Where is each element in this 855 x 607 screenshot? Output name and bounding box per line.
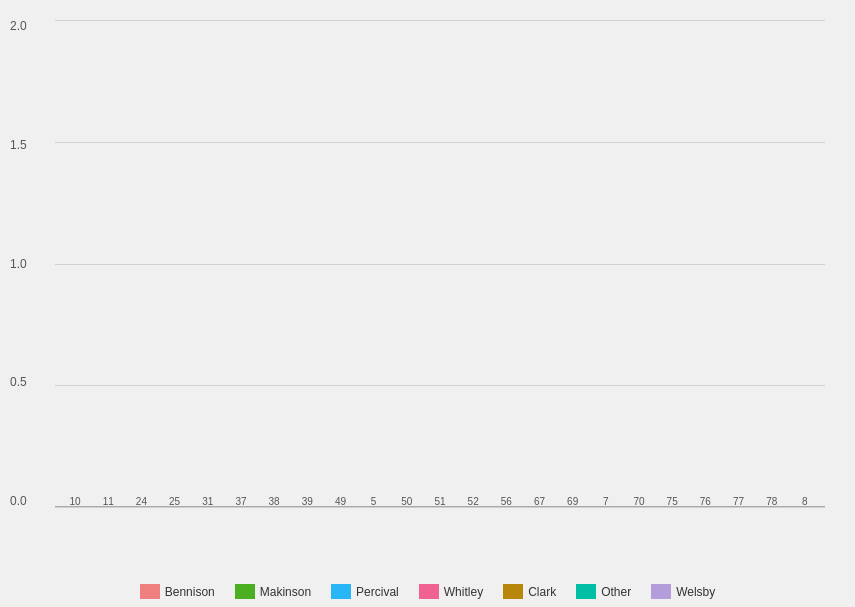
legend-item: Makinson	[235, 584, 311, 599]
legend-label: Whitley	[444, 585, 483, 599]
bar-group: 50	[392, 491, 422, 507]
bar-group: 10	[60, 491, 90, 507]
bar-group: 76	[690, 491, 720, 507]
legend-swatch	[140, 584, 160, 599]
y-axis-label: 0.5	[10, 376, 27, 388]
bar-group: 25	[160, 491, 190, 507]
bar-group: 39	[292, 491, 322, 507]
chart-area: 2.01.51.00.50.0 101124253137383949550515…	[55, 20, 825, 507]
legend-swatch	[651, 584, 671, 599]
y-axis: 2.01.51.00.50.0	[10, 20, 27, 507]
bar-group: 67	[524, 491, 554, 507]
bar-group: 69	[558, 491, 588, 507]
legend-label: Clark	[528, 585, 556, 599]
legend-swatch	[503, 584, 523, 599]
legend-label: Bennison	[165, 585, 215, 599]
bar-group: 11	[93, 491, 123, 507]
y-axis-label: 1.5	[10, 139, 27, 151]
legend-label: Percival	[356, 585, 399, 599]
bar-group: 56	[491, 491, 521, 507]
legend-label: Makinson	[260, 585, 311, 599]
legend-label: Other	[601, 585, 631, 599]
bar-group: 8	[790, 491, 820, 507]
legend-item: Welsby	[651, 584, 715, 599]
bar-group: 24	[126, 491, 156, 507]
legend-item: Other	[576, 584, 631, 599]
legend-item: Percival	[331, 584, 399, 599]
chart-container: 2.01.51.00.50.0 101124253137383949550515…	[0, 0, 855, 607]
bar-group: 51	[425, 491, 455, 507]
legend-swatch	[331, 584, 351, 599]
bar-group: 78	[757, 491, 787, 507]
legend-item: Clark	[503, 584, 556, 599]
bar-group: 7	[591, 491, 621, 507]
legend-swatch	[576, 584, 596, 599]
legend-item: Whitley	[419, 584, 483, 599]
legend-swatch	[419, 584, 439, 599]
legend-label: Welsby	[676, 585, 715, 599]
bar-group: 49	[325, 491, 355, 507]
y-axis-label: 0.0	[10, 495, 27, 507]
y-axis-label: 1.0	[10, 258, 27, 270]
bars-container: 1011242531373839495505152566769770757677…	[55, 20, 825, 507]
x-axis-line	[55, 506, 825, 507]
y-axis-label: 2.0	[10, 20, 27, 32]
bar-group: 75	[657, 491, 687, 507]
bar-group: 31	[193, 491, 223, 507]
bar-group: 77	[723, 491, 753, 507]
bar-group: 37	[226, 491, 256, 507]
bar-group: 5	[359, 491, 389, 507]
grid-line	[55, 507, 825, 508]
legend-swatch	[235, 584, 255, 599]
bar-group: 38	[259, 491, 289, 507]
legend-item: Bennison	[140, 584, 215, 599]
legend: BennisonMakinsonPercivalWhitleyClarkOthe…	[0, 584, 855, 599]
bar-group: 70	[624, 491, 654, 507]
bar-group: 52	[458, 491, 488, 507]
